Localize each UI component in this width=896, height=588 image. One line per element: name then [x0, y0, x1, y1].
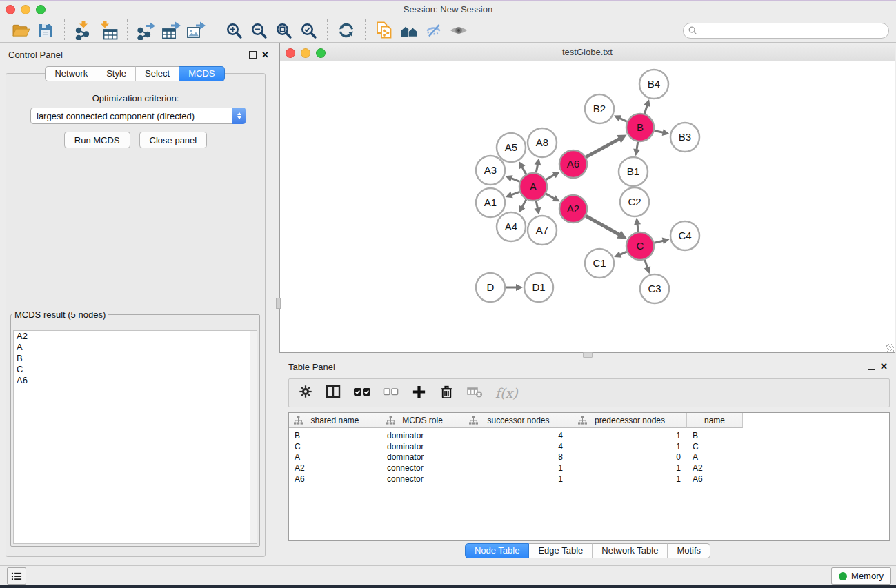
table-row[interactable]: Cdominator41C: [289, 441, 889, 452]
control-tab-select[interactable]: Select: [136, 66, 179, 81]
graph-edge-A-A2[interactable]: [546, 194, 555, 199]
delete-table-button[interactable]: [466, 384, 484, 402]
delete-column-button[interactable]: [439, 384, 455, 403]
graph-edge-A-A6[interactable]: [546, 174, 555, 180]
open-session-button[interactable]: [8, 20, 33, 41]
float-panel-icon[interactable]: [249, 51, 257, 59]
close-panel-icon[interactable]: ✕: [880, 363, 888, 370]
search-input[interactable]: [700, 25, 888, 36]
save-floppy-icon: [37, 22, 54, 39]
graph-edge-B-B3[interactable]: [655, 130, 664, 132]
new-network-from-selection-button[interactable]: [372, 20, 397, 41]
network-window-title: testGlobe.txt: [280, 47, 895, 57]
plus-icon: [411, 384, 427, 400]
hide-selected-button[interactable]: [421, 20, 446, 41]
graph-node-label: C: [637, 240, 644, 252]
criterion-dropdown[interactable]: largest connected component (directed): [30, 108, 246, 124]
memory-button[interactable]: Memory: [831, 567, 891, 585]
graph-node-label: B1: [627, 165, 639, 177]
table-tab-edge-table[interactable]: Edge Table: [529, 543, 593, 558]
column-header-MCDS-role[interactable]: MCDS role: [381, 413, 464, 428]
mcds-result-item[interactable]: A2: [14, 331, 257, 342]
select-all-checkboxes-button[interactable]: [353, 384, 371, 402]
settings-gear-button[interactable]: [298, 384, 313, 402]
task-history-button[interactable]: [7, 567, 26, 585]
eye-icon: [449, 23, 468, 37]
graph-node-label: B2: [593, 103, 606, 114]
table-cell: A6: [687, 474, 743, 484]
table-header-row: shared nameMCDS rolesuccessor nodesprede…: [289, 413, 889, 428]
mcds-result-item[interactable]: A6: [14, 375, 257, 386]
graph-edge-A6-B[interactable]: [586, 139, 620, 157]
network-home-button[interactable]: [397, 20, 421, 41]
run-mcds-button[interactable]: Run MCDS: [64, 132, 130, 148]
table-tab-network-table[interactable]: Network Table: [593, 543, 668, 558]
close-panel-button[interactable]: Close panel: [139, 132, 208, 148]
node-table: shared nameMCDS rolesuccessor nodesprede…: [288, 412, 890, 541]
export-network-button[interactable]: [134, 20, 159, 41]
new-network-file-icon: [375, 21, 394, 40]
graph-node-label: B4: [648, 78, 660, 90]
vertical-splitter-handle[interactable]: [276, 298, 281, 309]
result-scrollbar[interactable]: [250, 331, 257, 543]
import-network-button[interactable]: [71, 20, 96, 41]
edge-arrowhead: [662, 238, 670, 245]
graph-edge-C-C3[interactable]: [645, 260, 648, 269]
graph-edge-A-A1[interactable]: [510, 192, 519, 195]
import-table-button[interactable]: [96, 20, 121, 41]
column-header-predecessor-nodes[interactable]: predecessor nodes: [573, 413, 687, 428]
graph-edge-A-A5[interactable]: [521, 166, 526, 174]
graph-edge-C-C4[interactable]: [654, 241, 664, 243]
graph-edge-A2-C[interactable]: [586, 216, 620, 235]
edge-arrowhead: [644, 266, 650, 274]
mcds-result-item[interactable]: A: [14, 342, 257, 353]
toolbar-separator: [327, 19, 328, 41]
graph-node-label: A8: [536, 136, 548, 148]
graph-edge-A-A4[interactable]: [521, 199, 526, 207]
function-builder-button[interactable]: f(x): [495, 385, 518, 401]
table-tab-motifs[interactable]: Motifs: [668, 543, 710, 558]
column-header-successor-nodes[interactable]: successor nodes: [464, 413, 573, 428]
control-tab-network[interactable]: Network: [45, 66, 97, 81]
column-header-shared-name[interactable]: shared name: [289, 413, 381, 428]
graph-node-label: C2: [628, 196, 641, 207]
show-column-button[interactable]: [325, 384, 341, 402]
table-cell: dominator: [381, 431, 464, 440]
table-row[interactable]: Bdominator41B: [289, 430, 889, 441]
graph-edge-A-A3[interactable]: [510, 178, 520, 181]
table-cell: dominator: [381, 442, 464, 452]
export-table-button[interactable]: [159, 20, 183, 41]
close-panel-icon[interactable]: ✕: [261, 51, 269, 59]
export-image-button[interactable]: [183, 20, 208, 41]
table-cell: 1: [464, 474, 573, 484]
memory-label: Memory: [851, 571, 884, 581]
zoom-in-button[interactable]: [221, 20, 246, 41]
zoom-selected-button[interactable]: [296, 20, 321, 41]
show-hidden-button[interactable]: [446, 20, 471, 41]
control-tab-style[interactable]: Style: [97, 66, 136, 81]
refresh-view-button[interactable]: [334, 20, 359, 41]
graph-node-label: A1: [484, 196, 497, 208]
zoom-fit-button[interactable]: [271, 20, 296, 41]
table-cell: A: [687, 452, 743, 462]
mcds-result-list[interactable]: A2ABCA6: [13, 330, 257, 544]
toolbar-separator: [365, 19, 366, 41]
graph-node-label: B3: [679, 131, 691, 143]
resize-grip[interactable]: [886, 344, 894, 352]
zoom-out-button[interactable]: [246, 20, 271, 41]
network-graph-canvas[interactable]: AA1A2A3A4A5A6A7A8BB1B2B3B4CC1C2C3C4DD1: [280, 61, 895, 352]
table-row[interactable]: A2connector11A2: [289, 463, 889, 474]
graph-node-label: D: [487, 281, 495, 293]
mcds-result-item[interactable]: B: [14, 353, 257, 364]
table-row[interactable]: Adominator80A: [289, 452, 889, 463]
save-session-button[interactable]: [33, 20, 58, 41]
graph-edge-B-B4[interactable]: [644, 105, 647, 114]
float-panel-icon[interactable]: [868, 363, 875, 370]
deselect-all-checkboxes-button[interactable]: [383, 384, 399, 402]
table-row[interactable]: A6connector11A6: [289, 474, 889, 485]
control-tab-mcds[interactable]: MCDS: [179, 66, 224, 81]
mcds-result-item[interactable]: C: [14, 364, 257, 375]
add-column-button[interactable]: [411, 384, 427, 403]
table-tab-node-table[interactable]: Node Table: [465, 543, 530, 558]
column-header-name[interactable]: name: [687, 413, 743, 428]
